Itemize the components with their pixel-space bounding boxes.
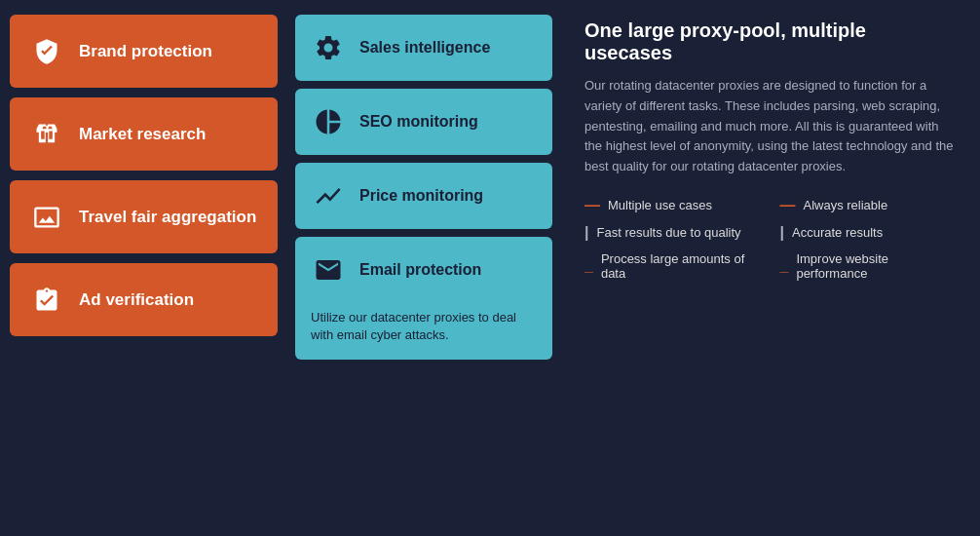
landscape-icon: [29, 200, 64, 235]
sidebar-item-ad-verification[interactable]: Ad verification: [10, 263, 278, 336]
travel-fair-label: Travel fair aggregation: [79, 208, 256, 227]
sidebar-item-brand-protection[interactable]: Brand protection: [10, 15, 278, 88]
left-column: Brand protection Market research Travel …: [0, 0, 287, 536]
gear-icon: [311, 30, 346, 65]
brand-protection-label: Brand protection: [79, 42, 212, 61]
feature-dash: —: [780, 197, 796, 214]
feature-label: Fast results due to quality: [596, 225, 740, 240]
feature-dash: |: [780, 224, 784, 242]
shield-icon: [29, 34, 64, 69]
feature-label: Improve website performance: [796, 251, 956, 281]
middle-item-price-monitoring[interactable]: Price monitoring: [295, 163, 552, 229]
middle-item-email-protection[interactable]: Email protection Utilize our datacenter …: [295, 237, 552, 360]
feature-always-reliable: — Always reliable: [780, 197, 957, 214]
market-research-label: Market research: [79, 125, 206, 144]
pie-chart-icon: [311, 104, 346, 139]
line-chart-icon: [311, 178, 346, 213]
email-protection-label: Email protection: [359, 261, 481, 279]
right-title: One large proxy-pool, multiple usecases: [584, 19, 956, 64]
email-protection-desc: Utilize our datacenter proxies to deal w…: [311, 309, 537, 344]
right-column: One large proxy-pool, multiple usecases …: [560, 0, 980, 536]
feature-dash: _: [584, 257, 593, 275]
feature-fast-results: | Fast results due to quality: [584, 224, 761, 242]
sidebar-item-market-research[interactable]: Market research: [10, 97, 278, 171]
feature-accurate-results: | Accurate results: [780, 224, 957, 242]
feature-process-large: _ Process large amounts of data: [584, 251, 761, 281]
feature-label: Accurate results: [792, 225, 883, 240]
email-icon: [311, 252, 346, 287]
feature-multiple-use-cases: — Multiple use cases: [584, 197, 761, 214]
right-description: Our rotating datacenter proxies are desi…: [584, 76, 956, 177]
sidebar-item-travel-fair[interactable]: Travel fair aggregation: [10, 180, 278, 253]
binoculars-icon: [29, 117, 64, 152]
feature-improve-performance: _ Improve website performance: [780, 251, 957, 281]
clipboard-icon: [29, 283, 64, 318]
feature-dash: —: [584, 197, 600, 214]
feature-dash: |: [584, 224, 588, 242]
features-grid: — Multiple use cases — Always reliable |…: [584, 197, 956, 281]
seo-monitoring-label: SEO monitoring: [359, 113, 478, 131]
middle-item-seo-monitoring[interactable]: SEO monitoring: [295, 89, 552, 155]
middle-item-sales-intelligence[interactable]: Sales intelligence: [295, 15, 552, 81]
feature-label: Always reliable: [804, 198, 888, 212]
feature-dash: _: [780, 257, 789, 275]
sales-intelligence-label: Sales intelligence: [359, 39, 490, 57]
feature-label: Process large amounts of data: [601, 251, 761, 281]
price-monitoring-label: Price monitoring: [359, 187, 483, 205]
ad-verification-label: Ad verification: [79, 290, 194, 310]
email-protection-top-row: Email protection: [311, 252, 481, 287]
middle-column: Sales intelligence SEO monitoring Price …: [287, 0, 560, 536]
feature-label: Multiple use cases: [608, 198, 712, 212]
